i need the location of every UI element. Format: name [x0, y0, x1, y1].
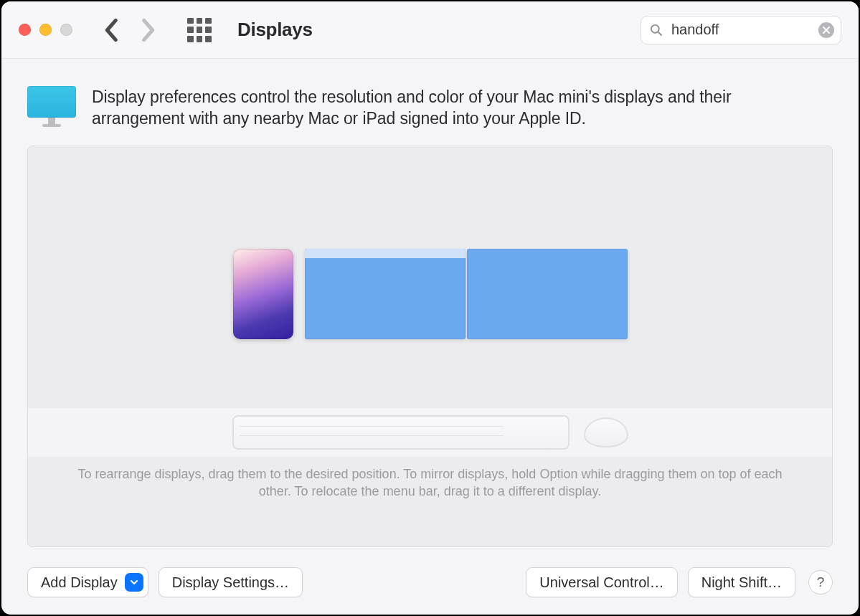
add-display-button[interactable]: Add Display [27, 567, 148, 597]
window-titlebar: Displays [1, 1, 859, 59]
search-field-container [641, 16, 841, 44]
keyboard-icon [232, 415, 570, 450]
search-input[interactable] [641, 16, 841, 44]
display-icon [27, 86, 76, 127]
secondary-display[interactable] [467, 249, 628, 339]
back-button[interactable] [103, 18, 119, 42]
display-settings-label: Display Settings… [172, 574, 289, 591]
display-settings-button[interactable]: Display Settings… [159, 567, 303, 597]
mouse-icon [584, 417, 628, 447]
universal-control-label: Universal Control… [539, 574, 663, 591]
night-shift-label: Night Shift… [701, 574, 782, 591]
ipad-display[interactable] [233, 249, 293, 339]
nav-group [103, 18, 157, 42]
chevron-down-icon[interactable] [125, 573, 143, 592]
universal-control-button[interactable]: Universal Control… [526, 567, 677, 597]
display-arrangement-panel: To rearrange displays, drag them to the … [27, 146, 833, 547]
minimize-button[interactable] [39, 24, 52, 36]
pane-title: Displays [237, 19, 313, 41]
footer-buttons: Add Display Display Settings… Universal … [1, 563, 859, 615]
system-preferences-window: Displays Display preferences control the… [1, 1, 859, 615]
help-button[interactable]: ? [808, 570, 833, 594]
display-arrangement-canvas[interactable] [28, 146, 832, 408]
search-icon [649, 23, 663, 37]
night-shift-button[interactable]: Night Shift… [688, 567, 795, 597]
clear-search-button[interactable] [818, 22, 834, 38]
intro-text: Display preferences control the resoluti… [92, 86, 809, 130]
svg-line-1 [658, 32, 662, 35]
svg-point-0 [651, 24, 659, 32]
forward-button [141, 18, 157, 42]
add-display-label: Add Display [41, 574, 118, 591]
arrangement-hint: To rearrange displays, drag them to the … [28, 457, 832, 516]
help-label: ? [817, 574, 825, 590]
close-button[interactable] [19, 24, 31, 36]
fullscreen-button [60, 24, 72, 36]
intro-row: Display preferences control the resoluti… [27, 86, 833, 130]
show-all-preferences-button[interactable] [187, 18, 212, 42]
content-area: Display preferences control the resoluti… [1, 59, 859, 563]
main-display[interactable] [305, 249, 466, 339]
window-controls [19, 24, 72, 36]
mirrored-displays-group [305, 249, 628, 339]
input-devices-row [28, 408, 832, 457]
